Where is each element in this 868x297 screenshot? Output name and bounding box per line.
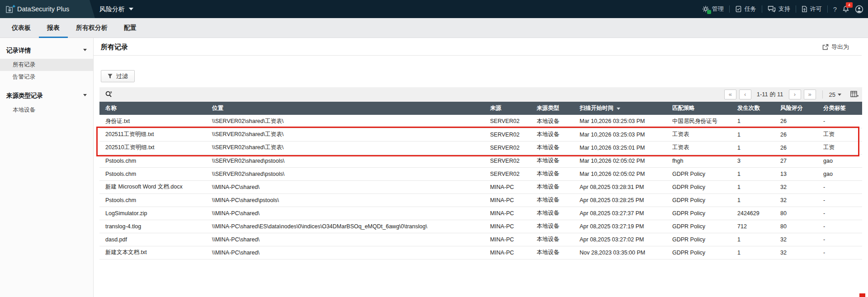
table-row[interactable]: 202511工资明细.txt \\SERVER02\shared\工资表\ SE… [99,128,862,141]
cell-location: \\MINA-PC\shared\ES\data\nodes\0\indices… [206,220,484,233]
sidebar-section-title: 来源类型记录 [6,92,43,99]
cell-classification-tag: gao [817,167,862,180]
column-header-scan-start-time[interactable]: 扫描开始时间 [574,102,666,115]
cell-name: dasd.pdf [99,233,206,246]
cell-scan-start-time: Mar 10,2026 02:05:02 PM [574,154,666,167]
table-row[interactable]: translog-4.tlog \\MINA-PC\shared\ES\data… [99,220,862,233]
cell-name: 202511工资明细.txt [99,128,206,141]
previous-page-button[interactable]: ‹ [739,90,751,99]
tab-dashboard[interactable]: 仪表板 [4,18,39,38]
tasks-link[interactable]: 任务 [735,5,756,13]
cell-occurrences: 1 [731,167,774,180]
divider [729,5,730,13]
cell-occurrences: 2424629 [731,207,774,220]
search-icon[interactable] [105,90,113,98]
cell-classification-tag: gao [817,154,862,167]
tab-ownership-analysis[interactable]: 所有权分析 [68,18,116,38]
cell-source: SERVER02 [484,154,531,167]
cell-classification-tag: - [817,193,862,207]
notification-count-badge: 4 [846,2,853,8]
column-header-matched-policy[interactable]: 匹配策略 [666,102,731,115]
export-icon [822,44,829,50]
license-link[interactable]: 许可 [802,5,822,13]
cell-source-type: 本地设备 [531,115,574,128]
table-row[interactable]: dasd.pdf \\MINA-PC\shared\ MINA-PC 本地设备 … [99,233,862,246]
pagination-range: 1-11 的 11 [757,90,783,99]
table-row[interactable]: Pstools.chm \\SERVER02\shared\pstools\ S… [99,154,862,167]
page-size-dropdown[interactable]: 25 [829,91,841,98]
cell-name: Pstools.chm [99,154,206,167]
cell-source: MINA-PC [484,180,531,193]
next-page-button[interactable]: › [789,90,801,99]
cell-source: SERVER02 [484,128,531,141]
module-selector-label: 风险分析 [99,0,125,18]
table-row[interactable]: 202510工资明细.txt \\SERVER02\shared\工资表\ SE… [99,141,862,154]
cell-occurrences: 1 [731,180,774,193]
column-chooser-icon[interactable] [850,91,859,98]
cell-scan-start-time: Mar 10,2026 03:25:03 PM [574,128,666,141]
export-as-button[interactable]: 导出为 [822,38,849,56]
column-header-occurrences[interactable]: 发生次数 [731,102,774,115]
column-header-source-type[interactable]: 来源类型 [531,102,574,115]
sidebar-section-record-details[interactable]: 记录详情 [0,38,93,59]
table-row[interactable]: LogSimulator.zip \\MINA-PC\shared\ MINA-… [99,207,862,220]
sidebar-section-source-type-records[interactable]: 来源类型记录 [0,83,93,104]
topbar-actions: 管理 任务 支持 [702,0,863,18]
cell-occurrences: 1 [731,246,774,259]
table-row[interactable]: 身份证.txt \\SERVER02\shared\工资表\ SERVER02 … [99,115,862,128]
table-row[interactable]: 新建文本文档.txt \\MINA-PC\shared\ MINA-PC 本地设… [99,246,862,259]
user-avatar-icon[interactable] [855,5,863,14]
tab-configuration[interactable]: 配置 [116,18,145,38]
module-selector[interactable]: 风险分析 [97,0,136,18]
cell-name: 新建文本文档.txt [99,246,206,259]
tab-reports[interactable]: 报表 [39,18,68,38]
table-row[interactable]: Pstools.chm \\SERVER02\shared\pstools\ S… [99,167,862,180]
filter-funnel-icon [108,74,113,79]
table-row[interactable]: 新建 Microsoft Word 文档.docx \\MINA-PC\shar… [99,180,862,193]
cell-risk-score: 80 [774,220,817,233]
sidebar-section-title: 记录详情 [6,47,31,54]
sidebar-item-all-records[interactable]: 所有记录 [0,59,93,71]
cell-location: \\SERVER02\shared\工资表\ [206,141,484,154]
records-table-header: 名称 位置 来源 来源类型 扫描开始时间 匹配策略 发生次数 风险评分 分类标签 [99,102,862,115]
cell-source-type: 本地设备 [531,154,574,167]
cell-source: MINA-PC [484,207,531,220]
records-table-body: 身份证.txt \\SERVER02\shared\工资表\ SERVER02 … [99,115,862,259]
notifications-bell-icon[interactable]: 4 [842,5,849,13]
cell-location: \\MINA-PC\shared\ [206,233,484,246]
last-page-button[interactable]: » [804,90,816,99]
cell-classification-tag: - [817,220,862,233]
cell-source: MINA-PC [484,193,531,207]
cell-matched-policy: GDPR Policy [666,180,731,193]
cell-source: MINA-PC [484,220,531,233]
cell-source: MINA-PC [484,233,531,246]
first-page-button[interactable]: « [724,90,736,99]
cell-risk-score: 32 [774,180,817,193]
chevron-down-icon [83,94,87,96]
column-header-name[interactable]: 名称 [99,102,206,115]
column-header-risk-score[interactable]: 风险评分 [774,102,817,115]
cell-scan-start-time: Mar 10,2026 03:25:03 PM [574,115,666,128]
column-header-classification-tag[interactable]: 分类标签 [817,102,862,115]
cell-source-type: 本地设备 [531,180,574,193]
page-size-value: 25 [829,91,835,98]
sidebar-item-alert-records[interactable]: 告警记录 [0,71,93,83]
cell-occurrences: 1 [731,128,774,141]
cell-location: \\MINA-PC\shared\ [206,180,484,193]
admin-link[interactable]: 管理 [702,5,724,13]
support-link[interactable]: 支持 [768,5,790,13]
column-header-source[interactable]: 来源 [484,102,531,115]
table-row[interactable]: Pstools.chm \\MINA-PC\shared\pstools\ MI… [99,193,862,207]
filter-button[interactable]: 过滤 [101,70,135,82]
help-icon[interactable]: ? [833,5,837,13]
cell-risk-score: 13 [774,167,817,180]
cell-name: Pstools.chm [99,193,206,207]
cell-matched-policy: fhgh [666,154,731,167]
sidebar-item-local-device[interactable]: 本地设备 [0,104,93,116]
cell-name: 身份证.txt [99,115,206,128]
cell-source: SERVER02 [484,115,531,128]
cell-occurrences: 1 [731,141,774,154]
cell-classification-tag: - [817,246,862,259]
cell-classification-tag: 工资 [817,141,862,154]
column-header-location[interactable]: 位置 [206,102,484,115]
